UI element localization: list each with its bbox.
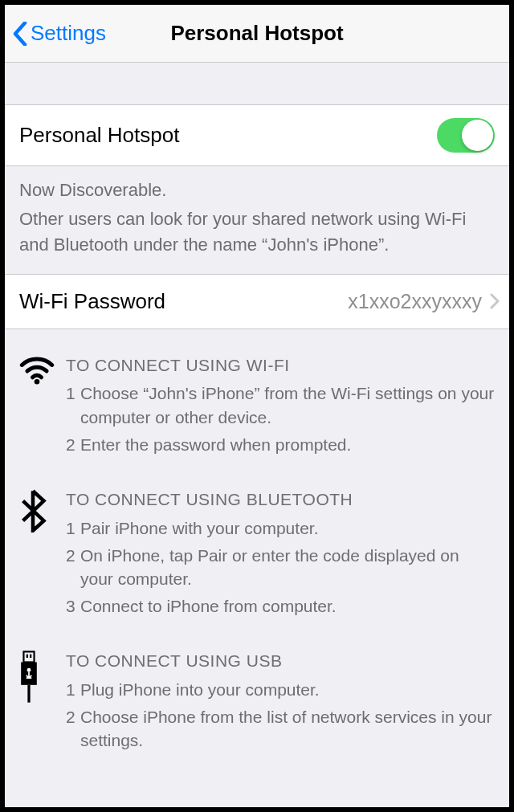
toggle-knob (462, 120, 493, 151)
wifi-password-label: Wi-Fi Password (19, 289, 165, 314)
step-text: Enter the password when prompted. (80, 433, 495, 457)
instruction-wifi-header: TO CONNECT USING WI-FI (66, 353, 495, 377)
svg-point-5 (27, 668, 31, 672)
wifi-icon (19, 353, 55, 460)
instruction-usb-header: TO CONNECT USING USB (66, 649, 495, 673)
step-number: 2 (66, 544, 80, 592)
nav-bar: Settings Personal Hotspot (5, 5, 509, 63)
instruction-wifi: TO CONNECT USING WI-FI 1 Choose “John's … (19, 353, 495, 460)
discoverable-description: Now Discoverable. Other users can look f… (5, 166, 509, 275)
step-number: 1 (66, 678, 80, 702)
svg-rect-1 (23, 651, 34, 662)
back-button[interactable]: Settings (13, 21, 106, 46)
instruction-usb-text: TO CONNECT USING USB 1 Plug iPhone into … (55, 649, 495, 756)
step-text: Plug iPhone into your computer. (80, 678, 495, 702)
usb-icon (19, 649, 55, 756)
settings-screen: Settings Personal Hotspot Personal Hotsp… (0, 0, 514, 812)
spacer (5, 63, 509, 104)
step-text: Connect to iPhone from computer. (80, 594, 495, 618)
wifi-password-value: x1xxo2xxyxxxy (348, 290, 482, 313)
instruction-bluetooth-text: TO CONNECT USING BLUETOOTH 1 Pair iPhone… (55, 488, 495, 622)
step-number: 1 (66, 382, 80, 430)
page-title: Personal Hotspot (170, 21, 343, 46)
discoverable-line2: Other users can look for your shared net… (19, 206, 495, 258)
chevron-left-icon (13, 22, 27, 46)
wifi-password-row[interactable]: Wi-Fi Password x1xxo2xxyxxxy (5, 275, 509, 329)
bluetooth-icon (19, 488, 55, 622)
chevron-right-icon (490, 293, 500, 309)
step-number: 1 (66, 516, 80, 541)
svg-rect-2 (27, 655, 28, 658)
discoverable-line1: Now Discoverable. (19, 177, 495, 203)
svg-rect-6 (27, 685, 30, 703)
step-text: Pair iPhone with your computer. (80, 516, 495, 541)
instruction-wifi-text: TO CONNECT USING WI-FI 1 Choose “John's … (55, 353, 495, 460)
instructions-area: TO CONNECT USING WI-FI 1 Choose “John's … (5, 329, 509, 771)
step-text: On iPhone, tap Pair or enter the code di… (80, 544, 495, 592)
step-number: 2 (66, 705, 80, 753)
instruction-usb: TO CONNECT USING USB 1 Plug iPhone into … (19, 649, 495, 756)
hotspot-toggle-label: Personal Hotspot (19, 123, 179, 148)
step-text: Choose “John's iPhone” from the Wi-Fi se… (80, 382, 495, 430)
hotspot-toggle[interactable] (437, 118, 495, 153)
instruction-bluetooth-header: TO CONNECT USING BLUETOOTH (66, 488, 495, 512)
hotspot-toggle-row: Personal Hotspot (5, 104, 509, 166)
step-text: Choose iPhone from the list of network s… (80, 705, 495, 753)
step-number: 3 (66, 594, 80, 618)
svg-point-0 (35, 379, 40, 385)
instruction-bluetooth: TO CONNECT USING BLUETOOTH 1 Pair iPhone… (19, 488, 495, 622)
svg-rect-3 (30, 655, 31, 658)
step-number: 2 (66, 433, 80, 457)
back-label: Settings (31, 21, 106, 46)
